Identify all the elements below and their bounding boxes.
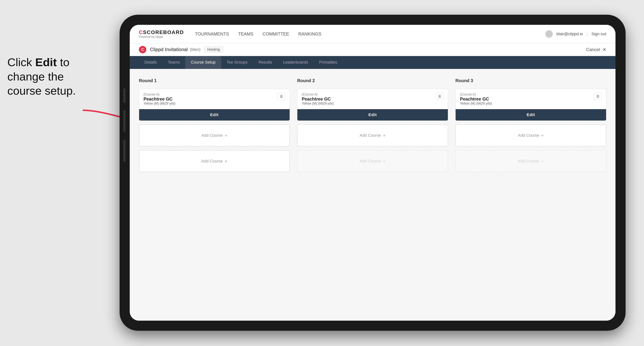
round-3-add-course-2-label: Add Course bbox=[518, 159, 539, 164]
tablet-frame: CSCOREBOARD Powered by clippd TOURNAMENT… bbox=[120, 15, 626, 331]
hosting-badge: Hosting bbox=[204, 46, 223, 53]
round-2-add-course-1-label: Add Course bbox=[360, 133, 381, 138]
round-3-title: Round 3 bbox=[456, 78, 606, 83]
annotation-prefix: Click bbox=[7, 56, 35, 69]
cancel-x-icon: ✕ bbox=[602, 47, 606, 52]
round-3-delete-button[interactable]: 🗑 bbox=[594, 93, 602, 100]
round-3-add-course-1-label: Add Course bbox=[518, 133, 539, 138]
top-navigation: CSCOREBOARD Powered by clippd TOURNAMENT… bbox=[130, 25, 616, 43]
round-3-column: Round 3 (Course A) Peachtree GC Yellow (… bbox=[456, 78, 606, 172]
round-1-add-course-1[interactable]: Add Course + bbox=[139, 124, 290, 147]
main-nav-links: TOURNAMENTS TEAMS COMMITTEE RANKINGS bbox=[195, 30, 545, 37]
annotation-bold: Edit bbox=[35, 56, 57, 69]
logo-area: CSCOREBOARD Powered by clippd bbox=[139, 29, 184, 39]
round-1-course-label: (Course A) bbox=[144, 93, 278, 96]
round-1-add-course-1-label: Add Course bbox=[201, 133, 223, 138]
nav-link-teams[interactable]: TEAMS bbox=[238, 30, 253, 37]
plus-icon-r3-2: + bbox=[541, 158, 544, 164]
round-3-course-label: (Course A) bbox=[460, 93, 594, 96]
round-1-course-name: Peachtree GC bbox=[144, 96, 278, 102]
sign-out-link[interactable]: Sign out bbox=[592, 32, 606, 36]
event-gender: (Men) bbox=[190, 47, 200, 52]
user-area: blair@clippd.io | Sign out bbox=[546, 30, 606, 38]
event-name: Clippd Invitational bbox=[150, 47, 188, 52]
round-2-course-label: (Course A) bbox=[302, 93, 436, 96]
plus-icon-r2-1: + bbox=[383, 133, 386, 138]
user-avatar bbox=[546, 30, 553, 38]
round-2-course-details: Yellow (M) (6629 yds) bbox=[302, 102, 436, 105]
round-2-add-course-1[interactable]: Add Course + bbox=[297, 124, 448, 147]
round-2-delete-button[interactable]: 🗑 bbox=[436, 93, 444, 100]
tab-leaderboards[interactable]: Leaderboards bbox=[278, 56, 314, 69]
round-2-course-header: (Course A) Peachtree GC Yellow (M) (6629… bbox=[297, 89, 448, 109]
round-2-column: Round 2 (Course A) Peachtree GC Yellow (… bbox=[297, 78, 448, 172]
round-2-add-course-2: Add Course + bbox=[297, 150, 448, 172]
rounds-grid: Round 1 (Course A) Peachtree GC Yellow (… bbox=[139, 78, 606, 172]
round-1-delete-button[interactable]: 🗑 bbox=[278, 93, 285, 100]
tab-teams[interactable]: Teams bbox=[162, 56, 185, 69]
plus-icon-r1-1: + bbox=[225, 133, 228, 138]
separator: | bbox=[587, 32, 588, 36]
round-3-add-course-1[interactable]: Add Course + bbox=[456, 124, 606, 147]
round-3-course-info: (Course A) Peachtree GC Yellow (M) (6629… bbox=[460, 93, 594, 105]
round-1-add-course-2-label: Add Course bbox=[201, 159, 223, 164]
plus-icon-r3-1: + bbox=[541, 133, 544, 138]
tablet-screen: CSCOREBOARD Powered by clippd TOURNAMENT… bbox=[130, 25, 616, 321]
round-1-course-info: (Course A) Peachtree GC Yellow (M) (6629… bbox=[144, 93, 278, 105]
tab-tee-groups[interactable]: Tee Groups bbox=[221, 56, 253, 69]
trash-icon-r3: 🗑 bbox=[596, 94, 600, 99]
round-2-add-course-2-label: Add Course bbox=[360, 159, 381, 164]
round-1-edit-button[interactable]: Edit bbox=[139, 109, 290, 121]
round-2-course-name: Peachtree GC bbox=[302, 96, 436, 102]
round-1-course-header: (Course A) Peachtree GC Yellow (M) (6629… bbox=[139, 89, 290, 109]
nav-link-tournaments[interactable]: TOURNAMENTS bbox=[195, 30, 229, 37]
round-2-course-info: (Course A) Peachtree GC Yellow (M) (6629… bbox=[302, 93, 436, 105]
nav-link-committee[interactable]: COMMITTEE bbox=[262, 30, 289, 37]
tab-printables[interactable]: Printables bbox=[314, 56, 342, 69]
tab-details[interactable]: Details bbox=[139, 56, 162, 69]
round-3-course-header: (Course A) Peachtree GC Yellow (M) (6629… bbox=[456, 89, 606, 109]
tab-results[interactable]: Results bbox=[253, 56, 278, 69]
nav-link-rankings[interactable]: RANKINGS bbox=[298, 30, 321, 37]
logo-subtitle: Powered by clippd bbox=[139, 35, 184, 39]
round-2-title: Round 2 bbox=[297, 78, 448, 83]
tab-course-setup[interactable]: Course Setup bbox=[185, 56, 221, 69]
event-logo-icon: C bbox=[139, 46, 146, 53]
logo-c-icon: C bbox=[139, 29, 143, 35]
round-2-edit-button[interactable]: Edit bbox=[297, 109, 448, 121]
round-3-course-details: Yellow (M) (6629 yds) bbox=[460, 102, 594, 105]
logo-scoreboard: CSCOREBOARD bbox=[139, 29, 184, 35]
annotation-text: Click Edit to change the course setup. bbox=[0, 48, 103, 105]
cancel-button[interactable]: Cancel ✕ bbox=[586, 47, 606, 52]
user-email: blair@clippd.io bbox=[556, 32, 583, 36]
plus-icon-r2-2: + bbox=[383, 158, 386, 164]
round-1-title: Round 1 bbox=[139, 78, 290, 83]
plus-icon-r1-2: + bbox=[225, 158, 228, 164]
tab-bar: Details Teams Course Setup Tee Groups Re… bbox=[130, 56, 616, 69]
main-content: Round 1 (Course A) Peachtree GC Yellow (… bbox=[130, 69, 616, 321]
round-1-add-course-2[interactable]: Add Course + bbox=[139, 150, 290, 172]
round-1-course-card: (Course A) Peachtree GC Yellow (M) (6629… bbox=[139, 89, 290, 121]
trash-icon-r2: 🗑 bbox=[438, 94, 442, 99]
event-bar: C Clippd Invitational (Men) Hosting Canc… bbox=[130, 43, 616, 56]
round-1-column: Round 1 (Course A) Peachtree GC Yellow (… bbox=[139, 78, 290, 172]
round-3-course-name: Peachtree GC bbox=[460, 96, 594, 102]
round-3-add-course-2: Add Course + bbox=[456, 150, 606, 172]
round-3-edit-button[interactable]: Edit bbox=[456, 109, 606, 121]
round-2-course-card: (Course A) Peachtree GC Yellow (M) (6629… bbox=[297, 89, 448, 121]
trash-icon: 🗑 bbox=[280, 94, 283, 99]
round-1-course-details: Yellow (M) (6629 yds) bbox=[144, 102, 278, 105]
round-3-course-card: (Course A) Peachtree GC Yellow (M) (6629… bbox=[456, 89, 606, 121]
